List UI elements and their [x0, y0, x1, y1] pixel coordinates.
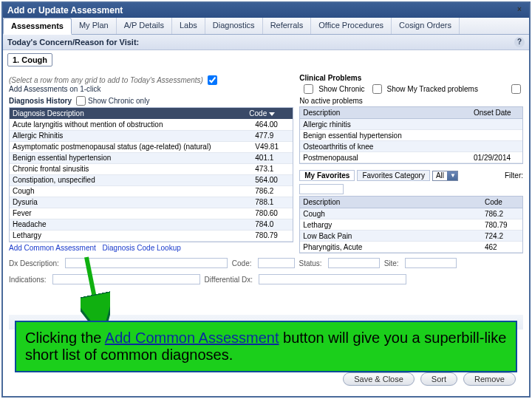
- table-row[interactable]: Benign essential hypertension: [300, 130, 522, 141]
- table-row[interactable]: Chronic frontal sinusitis473.1: [10, 163, 293, 174]
- help-icon[interactable]: ?: [514, 37, 525, 47]
- clinical-problems-grid[interactable]: DescriptionOnset Date Allergic rhinitisB…: [299, 106, 523, 164]
- add-common-assessment-link[interactable]: Add Common Assessment: [9, 244, 96, 252]
- table-row[interactable]: Lethargy780.79: [300, 219, 522, 231]
- tab-assessments[interactable]: Assessments: [3, 18, 72, 35]
- table-row[interactable]: Allergic Rhinitis477.9: [10, 130, 293, 141]
- clinical-problems-label: Clinical Problems: [299, 74, 523, 83]
- callout-link-text: Add Common Assessment: [105, 330, 279, 346]
- filter-input[interactable]: [299, 184, 344, 194]
- no-active-label: No active problems: [299, 97, 363, 105]
- tab-my-favorites[interactable]: My Favorites: [299, 170, 355, 181]
- show-chronic-label: Show Chronic: [318, 85, 364, 93]
- tab-referrals[interactable]: Referrals: [263, 18, 312, 34]
- table-row[interactable]: Pharyngitis, Acute462: [300, 242, 522, 253]
- table-row[interactable]: Low Back Pain724.2: [300, 231, 522, 242]
- select-hint: (Select a row from any grid to add to To…: [9, 76, 203, 84]
- left-links: Add Common Assessment Diagnosis Code Loo…: [9, 242, 293, 253]
- dx-fields-row2: Indications: Differential Dx:: [3, 271, 529, 287]
- table-row[interactable]: Allergic rhinitis: [300, 119, 522, 130]
- concern-header: Today's Concern/Reason for Visit: ?: [3, 35, 529, 50]
- table-row[interactable]: Dysuria788.1: [10, 197, 293, 208]
- diagnosis-history-label: Diagnosis History: [9, 97, 72, 105]
- fav-col-code[interactable]: Code: [482, 197, 522, 208]
- left-options: (Select a row from any grid to add to To…: [9, 74, 293, 95]
- left-column: (Select a row from any grid to add to To…: [9, 74, 293, 253]
- concern-value[interactable]: 1. Cough: [7, 53, 52, 66]
- table-row[interactable]: Fever780.60: [10, 208, 293, 219]
- filter-label: Filter:: [505, 171, 523, 180]
- tab-strip: AssessmentsMy PlanA/P DetailsLabsDiagnos…: [3, 18, 529, 35]
- sort-icon: [269, 112, 275, 116]
- table-row[interactable]: Postmenopausal01/29/2014: [300, 152, 522, 163]
- dx-description-label: Dx Description:: [9, 259, 59, 267]
- no-active-checkbox[interactable]: [511, 84, 521, 94]
- app-window: Add or Update Assessment × AssessmentsMy…: [1, 1, 531, 398]
- favorites-tabs-row: My Favorites Favorites Category All▼ Fil…: [299, 168, 523, 196]
- table-row[interactable]: Cough786.2: [300, 208, 522, 219]
- tab-labs[interactable]: Labs: [172, 18, 205, 34]
- table-row[interactable]: Asymptomatic postmenopausal status (age-…: [10, 141, 293, 152]
- right-column: Clinical Problems Show Chronic Show My T…: [299, 74, 523, 253]
- main-area: (Select a row from any grid to add to To…: [3, 69, 529, 255]
- table-row[interactable]: Benign essential hypertension401.1: [10, 152, 293, 163]
- favorites-grid[interactable]: DescriptionCode Cough786.2Lethargy780.79…: [299, 196, 523, 253]
- indications-label: Indications:: [9, 276, 47, 284]
- code-input[interactable]: [258, 258, 295, 268]
- diagnosis-code-lookup-link[interactable]: Diagnosis Code Lookup: [103, 244, 181, 252]
- tab-cosign-orders[interactable]: Cosign Orders: [392, 18, 460, 34]
- save-close-button[interactable]: Save & Close: [343, 372, 415, 386]
- table-row[interactable]: Constipation, unspecified564.00: [10, 174, 293, 185]
- show-tracked-checkbox[interactable]: [372, 84, 382, 94]
- history-row: Diagnosis History Show Chronic only: [9, 95, 293, 107]
- show-chronic-only-label: Show Chronic only: [88, 97, 149, 105]
- tab-diagnostics[interactable]: Diagnostics: [205, 18, 263, 34]
- show-chronic-checkbox[interactable]: [304, 84, 313, 94]
- col-code[interactable]: Code: [249, 109, 290, 117]
- diffdx-label: Differential Dx:: [205, 276, 253, 284]
- tab-my-plan[interactable]: My Plan: [72, 18, 117, 34]
- favorites-category-dropdown[interactable]: All▼: [432, 171, 458, 181]
- code-label: Code:: [232, 259, 252, 267]
- status-input[interactable]: [328, 258, 380, 268]
- chevron-down-icon: ▼: [447, 171, 457, 180]
- site-input[interactable]: [405, 258, 457, 268]
- remove-button[interactable]: Remove: [463, 372, 516, 386]
- instruction-callout: Clicking the Add Common Assessment butto…: [15, 321, 517, 372]
- col-description[interactable]: Description: [300, 107, 471, 119]
- table-row[interactable]: Osteoarthritis of knee: [300, 141, 522, 152]
- col-onset-date[interactable]: Onset Date: [471, 107, 522, 119]
- table-row[interactable]: Lethargy780.79: [10, 230, 293, 241]
- add-on-1click-checkbox[interactable]: [208, 75, 217, 85]
- diffdx-input[interactable]: [259, 274, 406, 284]
- diagnosis-history-grid[interactable]: Diagnosis Description Code Acute laryngi…: [9, 107, 293, 242]
- diagnosis-history-header: Diagnosis Description Code: [10, 108, 293, 119]
- show-tracked-label: Show My Tracked problems: [387, 85, 478, 93]
- footer-buttons: Save & Close Sort Remove: [343, 372, 516, 386]
- clinprob-options: Show Chronic Show My Tracked problems No…: [299, 83, 523, 106]
- status-label: Status:: [299, 259, 322, 267]
- tab-office-procedures[interactable]: Office Procedures: [311, 18, 392, 34]
- tab-a-p-details[interactable]: A/P Details: [117, 18, 172, 34]
- concern-row: 1. Cough: [3, 50, 529, 69]
- callout-pre: Clicking the: [25, 330, 105, 346]
- fav-col-description[interactable]: Description: [300, 197, 482, 208]
- dx-fields-row1: Dx Description: Code: Status: Site:: [3, 255, 529, 271]
- dx-description-input[interactable]: [65, 258, 228, 268]
- close-icon[interactable]: ×: [514, 5, 525, 16]
- table-row[interactable]: Acute laryngitis without mention of obst…: [10, 119, 293, 130]
- col-diagnosis-description[interactable]: Diagnosis Description: [13, 109, 249, 117]
- sort-button[interactable]: Sort: [420, 372, 457, 386]
- add-on-1click-label: Add Assessments on 1-click: [9, 85, 101, 93]
- show-chronic-only-checkbox[interactable]: [76, 96, 86, 106]
- concern-header-label: Today's Concern/Reason for Visit:: [7, 38, 139, 47]
- indications-input[interactable]: [52, 274, 200, 284]
- site-label: Site:: [384, 259, 399, 267]
- window-title: Add or Update Assessment: [7, 5, 123, 16]
- title-bar: Add or Update Assessment ×: [3, 3, 529, 18]
- tab-favorites-category[interactable]: Favorites Category: [357, 170, 429, 181]
- table-row[interactable]: Cough786.2: [10, 185, 293, 197]
- table-row[interactable]: Headache784.0: [10, 219, 293, 230]
